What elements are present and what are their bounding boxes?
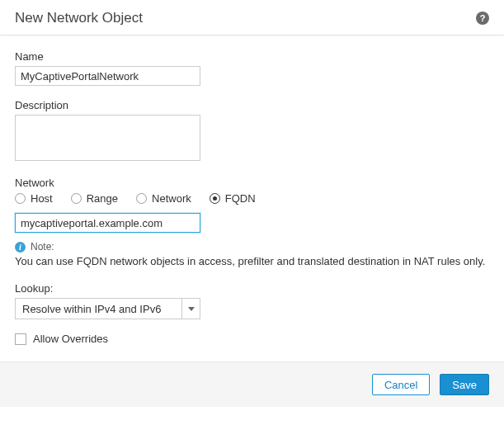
allow-overrides-checkbox[interactable]: Allow Overrides bbox=[15, 333, 489, 345]
dialog-header: New Network Object ? bbox=[0, 0, 504, 35]
lookup-select[interactable]: Resolve within IPv4 and IPv6 bbox=[15, 298, 200, 319]
network-type-radiogroup: Host Range Network FQDN bbox=[15, 192, 489, 205]
dialog-body: Name Description Network Host Range bbox=[0, 35, 504, 361]
dialog-footer: Cancel Save bbox=[0, 361, 504, 407]
description-section: Description bbox=[15, 99, 489, 163]
radio-range-indicator bbox=[71, 193, 82, 204]
name-input[interactable] bbox=[15, 66, 200, 86]
network-label: Network bbox=[15, 177, 489, 189]
radio-network[interactable]: Network bbox=[136, 192, 191, 205]
radio-network-label: Network bbox=[152, 192, 191, 205]
description-label: Description bbox=[15, 99, 489, 111]
note-body-text: You can use FQDN network objects in acce… bbox=[15, 255, 489, 267]
radio-host[interactable]: Host bbox=[15, 192, 53, 205]
radio-range-label: Range bbox=[87, 192, 118, 205]
lookup-label: Lookup: bbox=[15, 282, 489, 295]
radio-network-indicator bbox=[136, 193, 147, 204]
radio-fqdn-label: FQDN bbox=[225, 192, 256, 205]
info-icon: i bbox=[15, 242, 26, 253]
network-section: Network Host Range Network FQDN bbox=[15, 177, 489, 233]
new-network-object-dialog: New Network Object ? Name Description Ne… bbox=[0, 0, 504, 407]
note-head-text: Note: bbox=[31, 241, 54, 253]
allow-overrides-box bbox=[15, 333, 26, 345]
note-header: i Note: bbox=[15, 241, 489, 253]
radio-host-indicator bbox=[15, 193, 26, 204]
save-button[interactable]: Save bbox=[440, 374, 489, 395]
radio-range[interactable]: Range bbox=[71, 192, 118, 205]
help-icon[interactable]: ? bbox=[476, 12, 489, 25]
allow-overrides-label: Allow Overrides bbox=[33, 333, 108, 345]
cancel-button[interactable]: Cancel bbox=[372, 374, 430, 395]
name-section: Name bbox=[15, 50, 489, 86]
lookup-select-value: Resolve within IPv4 and IPv6 bbox=[22, 303, 161, 315]
radio-host-label: Host bbox=[31, 192, 53, 205]
dialog-title: New Network Object bbox=[15, 10, 143, 26]
chevron-down-icon bbox=[181, 299, 200, 319]
name-label: Name bbox=[15, 50, 489, 63]
lookup-section: Lookup: Resolve within IPv4 and IPv6 bbox=[15, 282, 489, 319]
radio-fqdn-indicator bbox=[210, 193, 220, 204]
network-value-input[interactable] bbox=[15, 213, 200, 233]
radio-fqdn[interactable]: FQDN bbox=[210, 192, 256, 205]
description-input[interactable] bbox=[15, 115, 200, 161]
fqdn-note: i Note: You can use FQDN network objects… bbox=[15, 241, 489, 267]
